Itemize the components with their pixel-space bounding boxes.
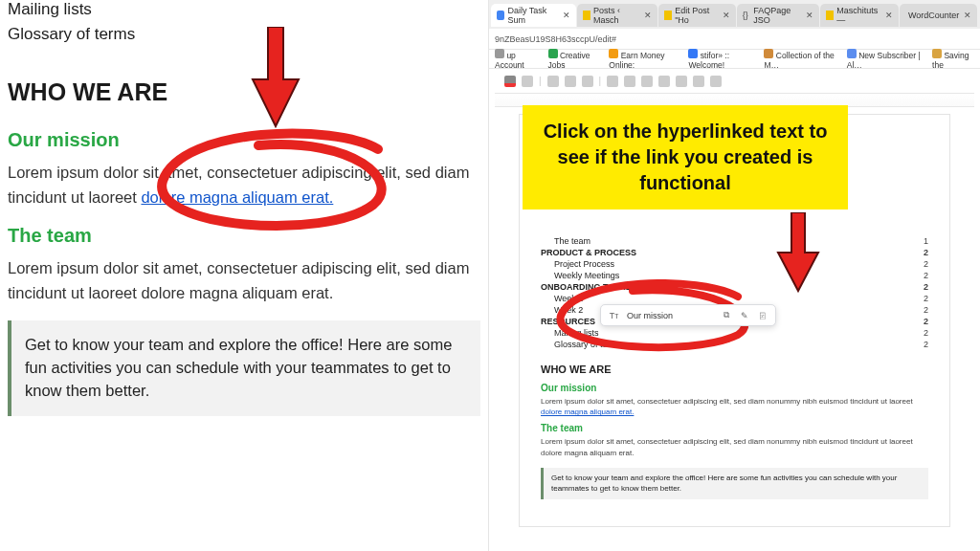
bookmark-icon: [847, 49, 857, 58]
link-target-label[interactable]: Our mission: [627, 311, 713, 320]
team-paragraph: Lorem ipsum dolor sit amet, consectetuer…: [8, 256, 480, 305]
bookmark-link[interactable]: stifor» :: Welcome!: [688, 49, 754, 70]
tab-label: WordCounter: [908, 11, 959, 20]
browser-window: Daily Task Sum✕ Posts ‹ Masch✕ Edit Post…: [488, 0, 980, 551]
text-color-icon[interactable]: [504, 76, 516, 87]
page-title: WHO WE ARE: [541, 364, 928, 375]
close-icon[interactable]: ✕: [964, 11, 971, 20]
bookmark-link[interactable]: up Account: [495, 49, 539, 70]
section-heading-mission: Our mission: [541, 383, 928, 393]
bookmark-icon: [495, 49, 504, 58]
close-icon[interactable]: ✕: [806, 11, 813, 20]
hyperlink-text[interactable]: dolore magna aliquam erat.: [541, 408, 634, 416]
browser-tab[interactable]: Edit Post "Ho✕: [658, 4, 736, 27]
mission-paragraph: Lorem ipsum dolor sit amet, consectetuer…: [541, 396, 928, 417]
bookmark-link[interactable]: Saving the: [932, 49, 974, 70]
link-icon[interactable]: [547, 76, 559, 87]
toc-page-number: 2: [924, 305, 928, 315]
toc-label: The team: [541, 236, 590, 246]
docs-icon: [497, 11, 504, 20]
toc-row[interactable]: The team1: [541, 235, 928, 247]
tab-strip: Daily Task Sum✕ Posts ‹ Masch✕ Edit Post…: [489, 0, 980, 29]
annotation-circle-icon: [144, 128, 412, 243]
toc-page-number: 2: [924, 271, 928, 280]
nav-item: Glossary of terms: [8, 25, 480, 44]
remove-link-icon[interactable]: ⍯: [757, 310, 768, 320]
site-icon: [826, 11, 834, 20]
close-icon[interactable]: ✕: [644, 11, 652, 20]
bookmark-link[interactable]: Creative Jobs: [548, 49, 600, 70]
callout-box: Get to know your team and explore the of…: [8, 320, 480, 416]
tab-label: Posts ‹ Masch: [593, 6, 639, 25]
toc-page-number: 2: [924, 294, 928, 303]
tab-label: Edit Post "Ho: [675, 6, 718, 25]
tab-label: Maschituts —: [836, 6, 880, 25]
paragraph-text: Lorem ipsum dolor sit amet, consectetuer…: [541, 397, 913, 406]
annotation-arrow-icon: [249, 27, 302, 132]
nav-item: Mailing lists: [8, 0, 480, 19]
team-paragraph: Lorem ipsum dolor sit amet, consectetuer…: [541, 436, 928, 457]
bookmark-icon: [764, 49, 773, 58]
bookmark-link[interactable]: Earn Money Online:: [609, 49, 679, 70]
annotation-arrow-icon: [776, 212, 820, 295]
indent-less-icon[interactable]: [676, 76, 687, 87]
toc-page-number: 2: [924, 317, 928, 326]
heading-type-icon: Tт: [609, 310, 619, 320]
docs-toolbar: | |: [495, 69, 974, 94]
toc-row[interactable]: Project Process2: [541, 258, 928, 270]
close-icon[interactable]: ✕: [563, 11, 570, 20]
indent-more-icon[interactable]: [693, 76, 704, 87]
braces-icon: {}: [743, 11, 750, 20]
bookmark-icon: [548, 49, 558, 58]
left-panel: Mailing lists Glossary of terms WHO WE A…: [0, 0, 488, 551]
numbered-list-icon[interactable]: [658, 76, 670, 87]
image-icon[interactable]: [582, 76, 593, 87]
copy-link-icon[interactable]: ⧉: [721, 310, 731, 320]
toc-label: Project Process: [541, 259, 614, 269]
bookmarks-bar: up Account Creative Jobs Earn Money Onli…: [489, 50, 980, 69]
close-icon[interactable]: ✕: [885, 11, 893, 20]
site-icon: [583, 11, 590, 20]
toc-page-number: 2: [924, 282, 928, 292]
bookmark-icon: [932, 49, 942, 58]
browser-tab[interactable]: WordCounter✕: [900, 4, 977, 27]
toc-page-number: 1: [924, 236, 928, 246]
tab-label: Daily Task Sum: [507, 6, 557, 25]
browser-tab[interactable]: Daily Task Sum✕: [491, 4, 576, 27]
line-spacing-icon[interactable]: [624, 76, 635, 87]
toc-page-number: 2: [924, 340, 928, 349]
site-icon: [664, 11, 672, 20]
toc-page-number: 2: [924, 248, 928, 257]
browser-tab[interactable]: Posts ‹ Masch✕: [577, 4, 657, 27]
section-heading-team: The team: [541, 423, 928, 433]
bookmark-link[interactable]: New Subscriber | Al…: [847, 49, 923, 70]
bookmark-icon: [609, 49, 618, 58]
toc-label: PRODUCT & PROCESS: [541, 248, 636, 257]
comment-icon[interactable]: [565, 76, 576, 87]
browser-tab[interactable]: {}FAQPage JSO✕: [737, 4, 819, 27]
edit-link-icon[interactable]: ✎: [739, 310, 749, 320]
toc-row[interactable]: PRODUCT & PROCESS2: [541, 247, 928, 258]
annotation-callout: Click on the hyperlinked text to see if …: [523, 105, 848, 209]
bookmark-icon: [688, 49, 698, 58]
tab-label: FAQPage JSO: [753, 6, 801, 25]
clear-format-icon[interactable]: [710, 76, 722, 87]
browser-tab[interactable]: Maschituts —✕: [820, 4, 899, 27]
bookmark-link[interactable]: Collection of the M…: [764, 49, 836, 70]
address-bar[interactable]: 9nZBeasU19S8H63sccpU/edit#: [489, 29, 980, 50]
list-icon[interactable]: [641, 76, 653, 87]
link-popover: Tт Our mission ⧉ ✎ ⍯: [600, 304, 776, 326]
page-title: WHO WE ARE: [8, 78, 480, 106]
toc-page-number: 2: [924, 259, 928, 269]
highlight-icon[interactable]: [522, 76, 533, 87]
toc-page-number: 2: [924, 328, 928, 338]
close-icon[interactable]: ✕: [723, 11, 730, 20]
align-icon[interactable]: [607, 76, 618, 87]
callout-box: Get to know your team and explore the of…: [541, 468, 928, 500]
